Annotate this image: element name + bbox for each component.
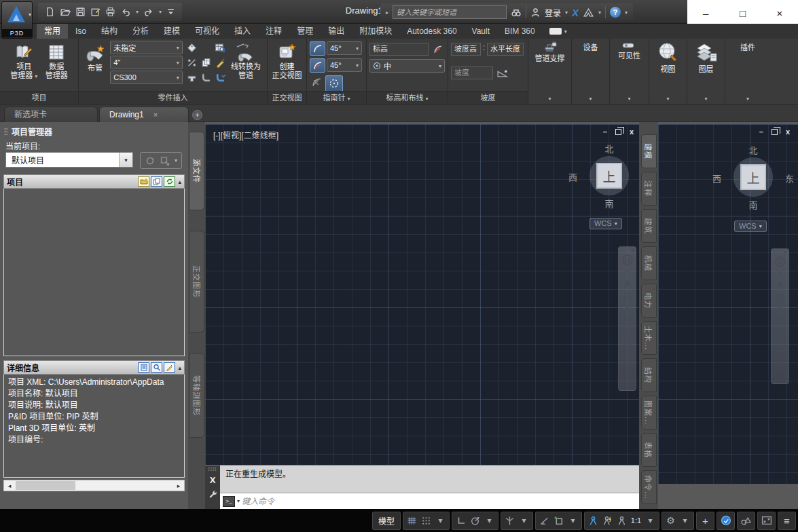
spec-select[interactable]: 未指定▾ xyxy=(110,41,183,54)
doc-close-icon[interactable]: x xyxy=(630,128,634,136)
ribbon-tab-iso[interactable]: Iso xyxy=(68,24,94,39)
ribbon-tab-insert[interactable]: 插入 xyxy=(227,24,258,39)
ribbon-tab-structure[interactable]: 结构 xyxy=(94,24,125,39)
grid-display-icon[interactable] xyxy=(405,512,419,529)
exchange-apps-icon[interactable]: X xyxy=(572,7,579,18)
slope-pipe-icon[interactable] xyxy=(185,56,199,70)
file-tab-new[interactable]: 新选项卡 xyxy=(4,107,98,122)
annotation-scale-icon[interactable] xyxy=(615,512,629,529)
viewport-controls-label[interactable]: [-][俯视][二维线框] xyxy=(213,129,278,140)
palette-tab-electrical[interactable]: 电力 xyxy=(641,284,657,318)
close-tab-icon[interactable]: × xyxy=(153,111,158,119)
command-settings-icon[interactable] xyxy=(208,489,217,499)
horizontal-scrollbar[interactable]: ◂ ▸ xyxy=(3,480,185,491)
ribbon-tab-addins[interactable]: 附加模块 xyxy=(352,24,399,39)
doc-restore-icon[interactable] xyxy=(615,129,621,135)
equipment-button[interactable]: 设备 ▾ xyxy=(572,39,609,104)
viewcube-west[interactable]: 西 xyxy=(568,170,577,183)
ribbon-tab-manage[interactable]: 管理 xyxy=(289,24,321,39)
create-ortho-view-button[interactable]: 创建 正交视图 xyxy=(272,41,302,80)
elbow-icon[interactable] xyxy=(199,71,213,85)
doc-close-icon[interactable]: x xyxy=(786,128,790,136)
wcs-button[interactable]: WCS▾ xyxy=(734,221,767,232)
search-icon[interactable] xyxy=(511,7,522,18)
chevron-down-icon[interactable]: ▾ xyxy=(517,512,531,529)
ribbon-tab-visualize[interactable]: 可视化 xyxy=(187,24,227,39)
help-dropdown-icon[interactable]: ▾ xyxy=(625,10,628,16)
signin-label[interactable]: 登录 xyxy=(545,7,561,18)
viewcube-north[interactable]: 北 xyxy=(582,142,636,155)
annotation-visibility-icon[interactable] xyxy=(586,512,600,529)
plot-icon[interactable] xyxy=(105,7,115,17)
help-icon[interactable]: ? xyxy=(610,7,621,18)
copy-drawing-icon[interactable] xyxy=(151,176,162,187)
showmotion-icon[interactable] xyxy=(622,335,633,345)
details-header[interactable]: 详细信息 ▴ xyxy=(3,360,185,375)
orbit-icon[interactable] xyxy=(775,314,786,324)
compass-ring-toggle-icon[interactable] xyxy=(325,75,343,92)
palette-tab-modeling[interactable]: 建模 xyxy=(641,134,657,168)
ribbon-tab-autodesk360[interactable]: Autodesk 360 xyxy=(399,24,464,39)
clean-screen-icon[interactable] xyxy=(759,512,774,529)
collapse-section-icon[interactable]: ▴ xyxy=(178,364,181,371)
viewcube[interactable]: 北 南 西 东 上 xyxy=(582,149,636,203)
compass-angle-2-select[interactable]: 45°▾ xyxy=(327,58,362,72)
doc-minimize-icon[interactable]: – xyxy=(759,128,763,136)
slope-value-input[interactable]: 坡度 xyxy=(451,66,493,79)
pan-icon[interactable] xyxy=(775,278,785,288)
customize-qat-icon[interactable] xyxy=(166,7,175,16)
graphics-performance-icon[interactable] xyxy=(719,512,733,529)
showmotion-icon[interactable] xyxy=(775,335,785,344)
signin-dropdown-icon[interactable]: ▾ xyxy=(565,10,568,16)
slope-angle-icon[interactable] xyxy=(495,66,509,81)
undo-dropdown-icon[interactable]: ▾ xyxy=(136,9,139,15)
tab-ortho-drawings[interactable]: 正交图形 xyxy=(189,231,204,332)
new-file-icon[interactable] xyxy=(45,7,55,17)
chevron-down-icon[interactable]: ▾ xyxy=(779,328,782,330)
ribbon-tab-vault[interactable]: Vault xyxy=(465,24,497,39)
doc-minimize-icon[interactable]: – xyxy=(603,128,607,136)
compass-off-icon[interactable] xyxy=(310,75,324,90)
project-tree[interactable] xyxy=(3,189,185,356)
navbar-close-icon[interactable]: × xyxy=(784,249,787,255)
workspace-gear-icon[interactable]: ⚙ xyxy=(664,512,678,529)
project-tree-header[interactable]: 项目 ▴ xyxy=(3,174,185,189)
file-tab-drawing1[interactable]: Drawing1× xyxy=(99,107,189,122)
chevron-down-icon[interactable]: ▾ xyxy=(566,512,580,529)
line-to-pipe-button[interactable]: 线转换为 管道 xyxy=(228,41,264,80)
steering-wheel-icon[interactable] xyxy=(774,256,786,267)
project-setup-icon[interactable] xyxy=(160,156,170,166)
minimize-button[interactable]: – xyxy=(692,7,719,19)
new-drawing-tab-button[interactable]: + xyxy=(192,110,202,120)
current-project-select[interactable]: 默认项目 ▾ xyxy=(5,152,133,168)
wcs-button[interactable]: WCS▾ xyxy=(590,218,622,229)
ribbon-tab-analysis[interactable]: 分析 xyxy=(125,24,156,39)
command-prompt-icon[interactable]: >_ xyxy=(223,496,235,507)
ortho-mode-icon[interactable] xyxy=(454,512,468,529)
tab-iso-drawings[interactable]: 等轴测图形 xyxy=(189,353,204,438)
ribbon-tab-annotate[interactable]: 注释 xyxy=(258,24,289,39)
details-preview-icon[interactable] xyxy=(151,362,162,373)
polar-tracking-icon[interactable] xyxy=(468,512,482,529)
chevron-down-icon[interactable]: ▾ xyxy=(626,328,629,331)
apps-dropdown-icon[interactable]: ▾ xyxy=(598,10,601,16)
palette-tab-structural[interactable]: 结构 xyxy=(641,358,657,392)
plugins-button[interactable]: 插件 ▾ xyxy=(725,39,770,104)
drawing-viewport-secondary[interactable]: – x 北 南 西 东 上 WCS▾ × ▾ ▾ xyxy=(658,124,798,484)
ribbon-tab-output[interactable]: 输出 xyxy=(321,24,352,39)
chevron-down-icon[interactable]: ▾ xyxy=(779,307,782,309)
route-pipe-button[interactable]: 布管 xyxy=(81,41,109,73)
chevron-down-icon[interactable]: ▾ xyxy=(119,153,132,167)
spec-viewer-icon[interactable] xyxy=(213,41,228,55)
viewcube-east[interactable]: 东 xyxy=(785,172,794,185)
command-input[interactable] xyxy=(242,495,639,508)
chevron-down-icon[interactable]: ▾ xyxy=(643,512,657,529)
viewcube-south[interactable]: 南 xyxy=(582,197,636,210)
orbit-icon[interactable] xyxy=(621,314,633,324)
chevron-down-icon[interactable]: ▾ xyxy=(626,307,629,309)
refresh-project-icon[interactable] xyxy=(145,156,156,166)
panel-label-compass[interactable]: 指南针 ▾ xyxy=(307,91,366,104)
navbar-close-icon[interactable]: × xyxy=(631,247,634,253)
details-doc-icon[interactable] xyxy=(138,362,149,373)
new-drawing-icon[interactable] xyxy=(138,176,149,187)
